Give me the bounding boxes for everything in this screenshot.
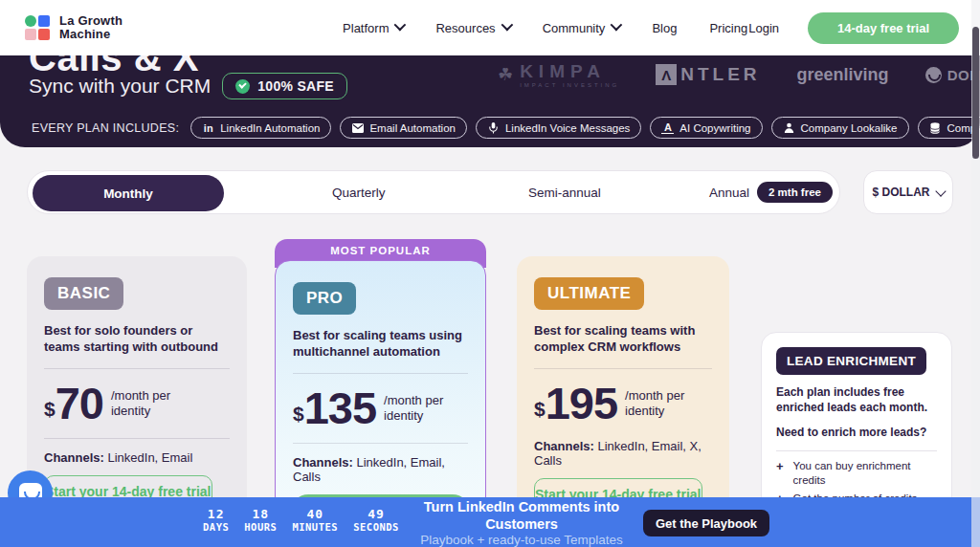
top-navbar: La Growth Machine Platform Resources Com…: [0, 0, 980, 55]
chevron-down-icon: [501, 19, 513, 32]
plan-channels: Channels: LinkedIn, Email, X, Calls: [534, 439, 712, 468]
logo-greenliving: greenliving: [797, 65, 889, 85]
chip-ai-copywriting[interactable]: A AI Copywriting: [650, 117, 762, 139]
plan-badge-ultimate: ULTIMATE: [534, 277, 644, 310]
countdown-timer: 12 DAYS 18 HOURS 40 MINUTES 49 SECONDS: [203, 507, 399, 533]
microphone-icon: [487, 121, 500, 134]
currency-select[interactable]: $ DOLLAR: [863, 170, 953, 214]
plan-channels: Channels: LinkedIn, Email: [44, 450, 230, 465]
nav-item-community[interactable]: Community: [543, 21, 620, 35]
chip-company-lookalike[interactable]: Company Lookalike: [771, 117, 909, 139]
plan-includes-row: EVERY PLAN INCLUDES: in LinkedIn Automat…: [32, 117, 980, 139]
banner-subtitle: Playbook + ready-to-use Templates: [402, 533, 641, 547]
countdown-days: 12 DAYS: [203, 507, 229, 533]
chevron-down-icon: [611, 19, 623, 32]
plan-price: $ 195 /month per identity: [534, 381, 729, 426]
linkedin-icon: in: [202, 121, 214, 134]
plan-description: Best for scaling teams with complex CRM …: [534, 323, 712, 356]
nav-item-pricing[interactable]: Pricing: [709, 21, 747, 35]
safe-badge: 100% SAFE: [222, 73, 347, 99]
billing-option-annual[interactable]: Annual: [709, 186, 749, 200]
promo-banner: 12 DAYS 18 HOURS 40 MINUTES 49 SECONDS T…: [0, 497, 980, 547]
page-scrollbar[interactable]: [971, 0, 980, 547]
lead-enrichment-card: LEAD ENRICHMENT Each plan includes free …: [761, 332, 952, 523]
chip-email-automation[interactable]: Email Automation: [340, 117, 467, 139]
logo-kimpa: ☘ KIMPA IMPACT INVESTING: [498, 61, 619, 88]
chip-linkedin-automation[interactable]: in LinkedIn Automation: [190, 117, 331, 139]
plan-channels: Channels: LinkedIn, Email, Calls: [293, 455, 468, 484]
database-icon: [929, 121, 942, 134]
nav-links: Platform Resources Community Blog Pricin…: [343, 21, 747, 35]
billing-option-quarterly[interactable]: Quarterly: [332, 186, 386, 200]
plan-price: $ 70 /month per identity: [44, 381, 247, 426]
billing-period-selector: Monthly Quarterly Semi-annual Annual 2 m…: [27, 170, 840, 214]
plan-badge-pro: PRO: [293, 282, 356, 315]
lead-enrichment-question: Need to enrich more leads?: [776, 426, 937, 441]
plan-description: Best for scaling teams using multichanne…: [293, 328, 468, 361]
plan-badge-basic: BASIC: [44, 277, 123, 310]
antler-icon: Λ: [656, 64, 677, 85]
lead-bullet: +You can buy enrichment credits: [776, 459, 937, 488]
email-icon: [351, 121, 364, 134]
lead-enrichment-badge: LEAD ENRICHMENT: [776, 347, 926, 375]
tree-icon: ☘: [498, 64, 513, 85]
ai-copy-icon: A: [661, 121, 674, 134]
free-trial-button[interactable]: 14-day free trial: [808, 12, 959, 44]
customer-logos: ☘ KIMPA IMPACT INVESTING Λ NTLER greenli…: [498, 61, 980, 88]
shield-check-icon: [235, 79, 250, 94]
lead-enrichment-text: Each plan includes free enriched leads e…: [776, 385, 937, 415]
billing-option-monthly[interactable]: Monthly: [33, 175, 224, 211]
hero-subtitle: Sync with your CRM: [29, 75, 211, 98]
plan-price: $ 135 /month per identity: [293, 385, 485, 430]
person-icon: [783, 121, 795, 134]
brand-name: La Growth Machine: [59, 14, 122, 40]
countdown-hours: 18 HOURS: [244, 507, 277, 533]
includes-label: EVERY PLAN INCLUDES:: [32, 121, 179, 135]
logo-antler: Λ NTLER: [656, 64, 760, 85]
banner-title: Turn LinkedIn Comments into Customers: [402, 498, 641, 533]
hero-section: Calls & X Sync with your CRM 100% SAFE ☘…: [0, 55, 980, 147]
brand-logo[interactable]: La Growth Machine: [25, 14, 122, 40]
countdown-seconds: 49 SECONDS: [353, 507, 399, 533]
nav-item-platform[interactable]: Platform: [343, 21, 403, 35]
chevron-down-icon: [935, 186, 946, 196]
plan-card-basic: BASIC Best for solo founders or teams st…: [27, 256, 247, 524]
plan-card-pro: PRO Best for scaling teams using multich…: [275, 260, 486, 524]
smile-circle-icon: [925, 67, 942, 83]
chevron-down-icon: [394, 19, 407, 32]
annual-discount-badge[interactable]: 2 mth free: [757, 182, 833, 203]
chip-voice-messages[interactable]: LinkedIn Voice Messages: [476, 117, 641, 139]
brand-logo-icon: [25, 15, 51, 41]
nav-item-resources[interactable]: Resources: [435, 21, 509, 35]
plan-card-ultimate: ULTIMATE Best for scaling teams with com…: [517, 256, 729, 524]
scrollbar-thumb[interactable]: [972, 27, 979, 159]
nav-item-blog[interactable]: Blog: [652, 21, 677, 35]
billing-option-semi-annual[interactable]: Semi-annual: [528, 186, 601, 200]
countdown-minutes: 40 MINUTES: [292, 507, 338, 533]
login-link[interactable]: Login: [748, 21, 779, 35]
plus-icon: +: [776, 459, 784, 488]
plan-description: Best for solo founders or teams starting…: [44, 323, 230, 356]
get-playbook-button[interactable]: Get the Playbook: [643, 510, 769, 536]
